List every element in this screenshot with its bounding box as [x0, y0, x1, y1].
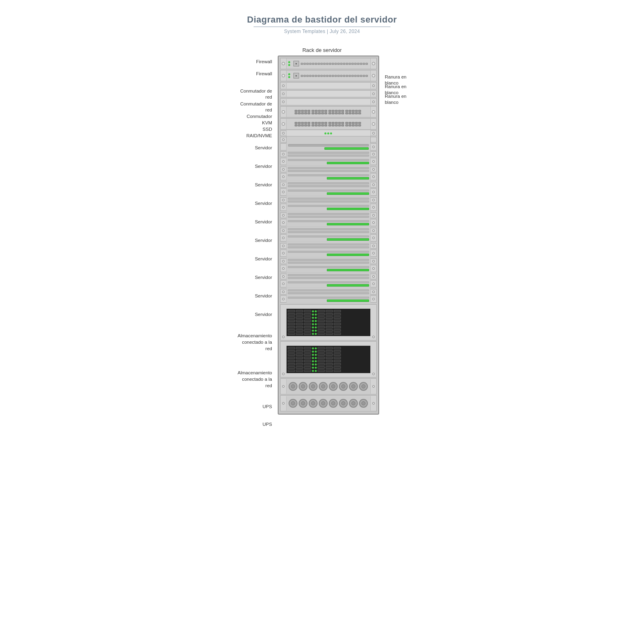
label-server7: Servidor: [255, 250, 272, 268]
page-title: Diagrama de bastidor del servidor: [247, 14, 397, 25]
server-unit-8a: [280, 258, 377, 264]
server-unit-7a: [280, 243, 377, 249]
blank-unit-3: [280, 98, 377, 105]
label-switch2: Conmutador dered: [240, 101, 272, 114]
firewall-unit-2: ■: [280, 70, 377, 81]
label-firewall2: Firewall: [256, 68, 272, 80]
label-nas1: Almacenamientoconectado a lared: [237, 324, 272, 361]
nas-unit-1: [280, 304, 377, 341]
label-server9: Servidor: [255, 287, 272, 305]
label-firewall1: Firewall: [256, 56, 272, 68]
server-unit-1b: [280, 158, 377, 165]
server-unit-4b: [280, 204, 377, 211]
ups-unit-1: [280, 378, 377, 394]
subtitle-date: July 26, 2024: [330, 29, 360, 34]
label-server8: Servidor: [255, 268, 272, 287]
raid-unit: [280, 143, 377, 151]
label-server10: Servidor: [255, 305, 272, 324]
label-server2: Servidor: [255, 157, 272, 175]
right-label-blank3: Ranura enblanco: [385, 96, 407, 103]
server-unit-3b: [280, 188, 377, 196]
server-unit-5b: [280, 219, 377, 226]
server-unit-10b: [280, 295, 377, 303]
label-server5: Servidor: [255, 213, 272, 231]
label-kvm: ConmutadorKVMSSDRAID/NVME: [246, 114, 272, 138]
server-unit-6a: [280, 228, 377, 233]
ssd-unit: [280, 137, 377, 142]
firewall-unit-1: ■: [280, 58, 377, 69]
right-label-blank1: Ranura enblanco: [385, 76, 407, 84]
blank-unit-1: [280, 82, 377, 89]
label-switch1: Conmutador dered: [240, 88, 272, 101]
left-labels: Firewall Firewall Conmutador dered Conmu…: [237, 56, 272, 433]
rack-label: Rack de servidor: [302, 47, 342, 53]
switch-unit-1: [280, 106, 377, 118]
diagram-area: Rack de servidor Firewall Firewall Conmu…: [0, 47, 644, 433]
server-rack: ■: [278, 56, 379, 415]
server-unit-6b: [280, 234, 377, 242]
label-server1: Servidor: [255, 138, 272, 157]
server-unit-9b: [280, 280, 377, 287]
blank-unit-2: [280, 90, 377, 97]
server-unit-10a: [280, 289, 377, 295]
server-unit-8b: [280, 265, 377, 272]
title-underline: [254, 27, 390, 27]
server-unit-9a: [280, 274, 377, 279]
label-ups2: UPS: [262, 415, 272, 433]
server-unit-1a: [280, 151, 377, 157]
right-label-blank2: Ranura enblanco: [385, 86, 407, 93]
server-unit-2b: [280, 173, 377, 180]
ups-unit-2: [280, 395, 377, 411]
server-unit-5a: [280, 213, 377, 218]
server-unit-3a: [280, 182, 377, 188]
page-header: Diagrama de bastidor del servidor System…: [247, 14, 397, 34]
subtitle-text: System Templates: [284, 29, 326, 34]
nas-unit-2: [280, 341, 377, 378]
label-nas2: Almacenamientoconectado a lared: [237, 361, 272, 398]
server-unit-2a: [280, 167, 377, 172]
rack-and-labels: Firewall Firewall Conmutador dered Conmu…: [237, 56, 406, 433]
kvm-unit: [280, 130, 377, 136]
label-server4: Servidor: [255, 194, 272, 213]
server-unit-4a: [280, 197, 377, 203]
right-labels: Ranura enblanco Ranura enblanco Ranura e…: [385, 56, 407, 103]
label-server3: Servidor: [255, 175, 272, 194]
page-subtitle: System Templates | July 26, 2024: [247, 29, 397, 34]
subtitle-separator: |: [327, 29, 328, 34]
switch-unit-2: [280, 118, 377, 130]
label-ups1: UPS: [262, 398, 272, 415]
server-unit-7b: [280, 250, 377, 257]
label-server6: Servidor: [255, 231, 272, 250]
